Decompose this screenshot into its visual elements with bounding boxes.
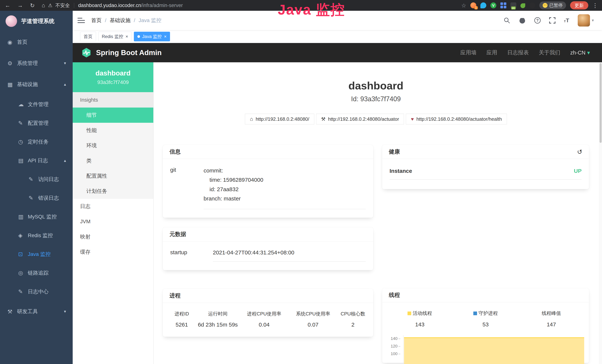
link-label: http://192.168.0.2:48080/actuator/health (416, 116, 502, 122)
close-icon[interactable]: × (164, 34, 166, 39)
breadcrumb-current: Java 监控 (139, 17, 161, 24)
search-icon[interactable] (504, 17, 510, 24)
process-col-system-cpu: 系统CPU使用率 0.07 (289, 310, 338, 328)
extension-icon-paw[interactable] (529, 2, 535, 8)
sidebar-item-system-management[interactable]: ⚙ 系统管理 ▾ (0, 53, 73, 74)
threads-legend: 活动线程 143 守护进程 53 线程峰值 14 (382, 302, 589, 328)
reload-icon[interactable]: ↻ (30, 2, 35, 9)
menu-item-mappings[interactable]: 映射 (73, 229, 153, 244)
sidebar-item-label: Java 监控 (28, 251, 51, 258)
tab-home[interactable]: 首页 (80, 32, 96, 41)
browser-menu-icon[interactable]: ⋮ (592, 2, 598, 9)
column-header: CPU核心数 (337, 310, 368, 317)
sba-brand-label: Spring Boot Admin (96, 49, 162, 57)
sba-language-select[interactable]: zh-CN ▾ (570, 50, 590, 56)
redis-icon: ◈ (18, 232, 28, 239)
sba-nav-wallboard[interactable]: 应用墙 (460, 49, 476, 56)
menu-item-details[interactable]: 细节 (73, 107, 153, 123)
extension-icon-orange[interactable]: 1 (470, 2, 476, 8)
sidebar-item-label: 配置管理 (28, 120, 49, 127)
menu-item-jvm[interactable]: JVM (73, 214, 153, 229)
edit-icon: ✎ (18, 120, 28, 126)
sidebar-item-label: 系统管理 (17, 60, 38, 67)
close-icon[interactable]: × (126, 34, 128, 39)
process-col-process-cpu: 进程CPU使用率 0.04 (240, 310, 289, 328)
paused-label: 已暂停 (549, 2, 563, 8)
sidebar-item-error-logs[interactable]: ✎ 错误日志 (0, 189, 73, 207)
sba-header: Spring Boot Admin 应用墙 应用 日志报表 关于我们 zh-CN… (73, 43, 602, 62)
sidebar-item-api-logs[interactable]: ▤ API 日志 ▴ (0, 151, 73, 170)
breadcrumb-home[interactable]: 首页 (91, 17, 102, 24)
menu-item-caches[interactable]: 缓存 (73, 244, 153, 260)
bookmark-star-icon[interactable]: ☆ (461, 2, 466, 9)
security-label[interactable]: 不安全 (55, 2, 70, 9)
security-warning-icon[interactable]: ⚠ (48, 3, 52, 8)
menu-item-environment[interactable]: 环境 (73, 138, 153, 153)
sba-nav-journal[interactable]: 日志报表 (507, 49, 529, 56)
user-menu[interactable]: ▾ (578, 14, 594, 27)
extension-icon-drop[interactable] (480, 2, 486, 8)
app-logo[interactable]: 芋道管理系统 (0, 11, 73, 32)
instance-header[interactable]: dashboard 93a3fc7f7409 (73, 62, 153, 92)
address-bar[interactable]: ⚠ 不安全 dashboard.yudao.iocoder.cn/infra/a… (48, 2, 461, 9)
service-url-link[interactable]: ⌂ http://192.168.0.2:48080/ (245, 114, 314, 124)
menu-item-logs[interactable]: 日志 (73, 199, 153, 214)
home-icon[interactable]: ⌂ (42, 2, 45, 9)
menu-item-scheduled-tasks[interactable]: 计划任务 (73, 183, 153, 199)
sidebar-toggle-icon[interactable] (77, 17, 85, 23)
actuator-url-link[interactable]: ⚒ http://192.168.0.2:48080/actuator (316, 114, 404, 124)
extension-paused-pill[interactable]: 已暂停 (539, 1, 566, 9)
health-card: 健康 ↺ Instance UP (382, 145, 589, 189)
health-instance-row: Instance UP (389, 168, 582, 180)
sidebar-item-home[interactable]: ◉ 首页 (0, 32, 73, 53)
sidebar-item-access-logs[interactable]: ✎ 访问日志 (0, 170, 73, 189)
sidebar-item-log-center[interactable]: ✎ 日志中心 (0, 282, 73, 301)
tab-redis-monitor[interactable]: Redis 监控 × (98, 32, 132, 41)
browser-update-button[interactable]: 更新 (570, 1, 588, 10)
tab-java-monitor[interactable]: Java 监控 × (134, 32, 170, 41)
menu-item-performance[interactable]: 性能 (73, 123, 153, 138)
legend-swatch-yellow (408, 311, 411, 315)
scrollbar-thumb[interactable] (600, 63, 602, 143)
health-url-link[interactable]: ♥ http://192.168.0.2:48080/actuator/heal… (406, 114, 507, 124)
legend-peak-threads: 线程峰值 147 (518, 310, 584, 328)
extension-icon-green-v[interactable]: V (490, 2, 496, 8)
sidebar-item-label: 访问日志 (38, 176, 59, 183)
fullscreen-icon[interactable] (549, 17, 556, 23)
sidebar-item-label: 首页 (17, 39, 27, 46)
sidebar-item-infrastructure[interactable]: ▦ 基础设施 ▴ (0, 74, 73, 95)
tags-view-bar: 首页 Redis 监控 × Java 监控 × (73, 30, 602, 43)
help-icon[interactable]: ? (534, 17, 541, 23)
main-area: 首页 / 基础设施 / Java 监控 ? тT (73, 11, 602, 364)
history-icon[interactable]: ↺ (577, 148, 582, 156)
sidebar-item-scheduled-tasks[interactable]: ◷ 定时任务 (0, 132, 73, 151)
extension-icon-switch[interactable]: on (510, 2, 516, 8)
github-icon[interactable] (519, 17, 526, 24)
breadcrumb-infrastructure[interactable]: 基础设施 (110, 17, 130, 24)
back-icon[interactable]: ← (5, 2, 10, 9)
extension-icon-leaf[interactable] (520, 3, 525, 8)
sidebar-item-label: API 日志 (28, 157, 48, 164)
git-id-line: id: 27aa832 (204, 185, 366, 194)
font-size-icon[interactable]: тT (564, 17, 569, 23)
sba-brand[interactable]: Spring Boot Admin (81, 47, 162, 58)
sidebar-item-mysql-monitor[interactable]: ▥ MySQL 监控 (0, 207, 73, 226)
extension-icon-grid[interactable] (500, 2, 506, 8)
sidebar-item-file-management[interactable]: ☁ 文件管理 (0, 95, 73, 114)
info-card-header: 信息 (163, 145, 373, 159)
sba-nav-about[interactable]: 关于我们 (539, 49, 560, 56)
metadata-key: startup (170, 248, 213, 262)
sidebar-item-redis-monitor[interactable]: ◈ Redis 监控 (0, 226, 73, 245)
sba-nav-applications[interactable]: 应用 (486, 49, 497, 56)
sidebar-item-java-monitor[interactable]: ⊡ Java 监控 (0, 245, 73, 264)
sba-nav: 应用墙 应用 日志报表 关于我们 zh-CN ▾ (460, 49, 593, 56)
sidebar-item-tracing[interactable]: ◎ 链路追踪 (0, 264, 73, 282)
health-card-header: 健康 ↺ (382, 145, 589, 159)
sidebar-item-config-management[interactable]: ✎ 配置管理 (0, 114, 73, 132)
sidebar-item-dev-tools[interactable]: ⚒ 研发工具 ▾ (0, 301, 73, 322)
scrollbar-track[interactable] (599, 62, 602, 364)
forward-icon[interactable]: → (17, 2, 23, 9)
menu-item-config-props[interactable]: 配置属性 (73, 168, 153, 183)
menu-item-classes[interactable]: 类 (73, 153, 153, 168)
url-text[interactable]: dashboard.yudao.iocoder.cn/infra/admin-s… (78, 3, 183, 8)
